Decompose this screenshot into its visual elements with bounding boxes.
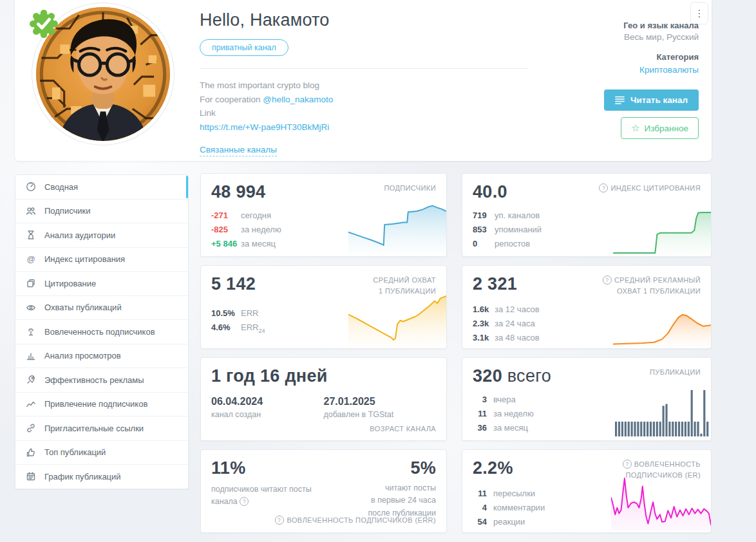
subscribers-card: 48 994 ПОДПИСЧИКИ -271сегодня -825за нед… [200, 173, 447, 257]
sidebar-item-citation[interactable]: Цитирование [15, 272, 188, 296]
ad-reach-card-title: ?СРЕДНИЙ РЕКЛАМНЫЙ ОХВАТ 1 ПУБЛИКАЦИИ [603, 275, 701, 296]
description-line: The most important crypto blog [200, 79, 560, 93]
avg-reach-card: 5 142 СРЕДНИЙ ОХВАТ 1 ПУБЛИКАЦИИ 10.5%ER… [200, 265, 447, 349]
ad-reach-sparkline [613, 304, 711, 347]
copy-icon [26, 278, 36, 288]
hourglass-icon [26, 230, 36, 240]
stats-grid: 48 994 ПОДПИСЧИКИ -271сегодня -825за нед… [200, 173, 712, 533]
err-left-label: подписчиков читают посты канала ? [211, 483, 324, 508]
citation-index-card-title: ?ИНДЕКС ЦИТИРОВАНИЯ [599, 183, 701, 194]
description-line: Link [200, 106, 560, 120]
feed-icon [615, 96, 625, 104]
channel-header-card: Hello, Накамото приватный канал The most… [15, 0, 712, 161]
er-sparkline [611, 474, 711, 530]
sidebar-item-ad-effectiveness[interactable]: Эффективность рекламы [15, 368, 188, 393]
geo-language-label: Гео и язык канала [604, 21, 699, 30]
avg-reach-sparkline [348, 293, 446, 347]
tap-icon [26, 326, 36, 337]
channel-age-footer: ВОЗРАСТ КАНАЛА [370, 425, 436, 433]
mention-link[interactable]: @hello_nakamoto [263, 95, 333, 104]
added-date: 27.01.2025 [324, 396, 437, 407]
err-right-label: читают посты в первые 24 часа после публ… [368, 482, 436, 519]
read-channel-button[interactable]: Читать канал [604, 89, 699, 111]
line-chart-icon [26, 399, 36, 409]
err-card: 11% подписчиков читают посты канала ? 5%… [200, 449, 447, 533]
subscribers-card-title: ПОДПИСЧИКИ [384, 183, 436, 194]
at-icon: @ [26, 254, 36, 264]
thumbs-up-icon [26, 447, 36, 458]
help-icon[interactable]: ? [275, 516, 284, 525]
category-link[interactable]: Криптовалюты [639, 65, 699, 75]
favorite-button[interactable]: ☆ Избранное [621, 117, 699, 139]
publications-card-title: ПУБЛИКАЦИИ [650, 367, 701, 378]
subscribers-sparkline [348, 201, 446, 255]
created-date-block: 06.04.2024 канал создан [211, 396, 324, 419]
sidebar-item-subscribers[interactable]: Подписчики [15, 200, 188, 224]
ad-reach-card: 2 321 ?СРЕДНИЙ РЕКЛАМНЫЙ ОХВАТ 1 ПУБЛИКА… [462, 265, 712, 349]
sidebar-item-audience-analysis[interactable]: Анализ аудитории [15, 223, 188, 248]
sidebar-item-subscriber-engagement[interactable]: Вовлеченность подписчиков [15, 320, 188, 344]
sidebar-item-top-posts[interactable]: Топ публикаций [15, 441, 188, 465]
description-line: For cooperation @hello_nakamoto [200, 93, 560, 107]
publications-bar-chart [615, 390, 710, 436]
sidebar-item-invite-links[interactable]: Пригласительные ссылки [15, 416, 188, 441]
err-value-right: 5% [368, 458, 436, 478]
verified-badge-icon [29, 9, 59, 39]
publications-card: 320 всего ПУБЛИКАЦИИ 3вчера 11за неделю … [462, 357, 712, 441]
er-card: 2.2% ?ВОВЛЕЧЕННОСТЬ ПОДПИСЧИКОВ (ER) 11п… [462, 449, 712, 533]
err-footer: ? ВОВЛЕЧЕННОСТЬ ПОДПИСЧИКОВ (ERR) [275, 516, 436, 525]
divider [200, 68, 528, 69]
sidebar-item-views-analysis[interactable]: Анализ просмотров [15, 344, 188, 369]
sidebar-nav: Сводная Подписчики Анализ аудитории @ Ин… [15, 174, 189, 489]
category-label: Категория [604, 52, 699, 62]
channel-description: The most important crypto blog For coope… [200, 79, 560, 134]
help-icon[interactable]: ? [599, 183, 608, 192]
page-title: Hello, Накамото [200, 10, 560, 30]
sidebar-item-post-reach[interactable]: Охваты публикаций [15, 296, 188, 321]
channel-age-card: 1 год 16 дней 06.04.2024 канал создан 27… [200, 357, 447, 441]
sidebar-item-summary[interactable]: Сводная [15, 175, 188, 200]
sidebar-item-citation-index[interactable]: @ Индекс цитирования [15, 248, 188, 272]
citation-index-card: 40.0 ?ИНДЕКС ЦИТИРОВАНИЯ 719уп. каналов … [462, 173, 712, 257]
citation-sparkline [613, 206, 711, 255]
rocket-icon [26, 375, 36, 385]
help-icon[interactable]: ? [623, 460, 632, 469]
calendar-icon [26, 471, 36, 481]
added-date-block: 27.01.2025 добавлен в TGStat [324, 396, 437, 419]
invite-url-link[interactable]: https://t.me/+W-pae9HT30BkMjRi [200, 122, 329, 132]
geo-language-value: Весь мир, Русский [604, 32, 699, 42]
created-date: 06.04.2024 [211, 396, 324, 407]
related-channels-link[interactable]: Связанные каналы [200, 145, 277, 156]
channel-age-value: 1 год 16 дней [211, 366, 436, 386]
link-icon [26, 423, 36, 433]
bar-chart-icon [26, 351, 36, 361]
gauge-icon [26, 182, 36, 192]
help-icon[interactable]: ? [240, 497, 249, 506]
private-channel-badge: приватный канал [200, 39, 288, 56]
users-icon [26, 206, 36, 216]
star-icon: ☆ [631, 122, 639, 134]
sidebar-item-post-schedule[interactable]: График публикаций [15, 465, 188, 489]
eye-icon [26, 303, 36, 313]
sidebar-item-subscriber-acquisition[interactable]: Привлечение подписчиков [15, 393, 188, 417]
help-icon[interactable]: ? [603, 276, 612, 285]
